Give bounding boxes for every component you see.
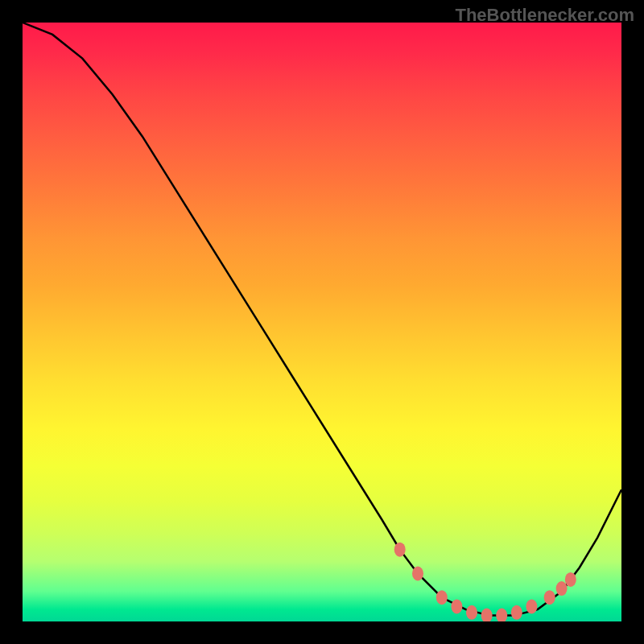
chart-area [23,23,621,621]
curve-marker [436,590,448,605]
chart-svg [23,23,621,621]
curve-marker [451,599,462,613]
curve-marker [511,605,522,620]
gradient-background [23,23,621,621]
curve-marker [496,609,507,621]
curve-marker [394,543,406,557]
bottleneck-curve-line [23,23,621,616]
curve-marker [526,599,537,613]
curve-marker [481,609,493,621]
curve-marker [556,581,568,596]
curve-marker [466,605,477,620]
optimal-zone-markers [394,543,576,621]
watermark-text: TheBottlenecker.com [455,5,634,26]
curve-marker [565,572,576,587]
curve-marker [412,567,423,581]
curve-marker [544,590,555,605]
